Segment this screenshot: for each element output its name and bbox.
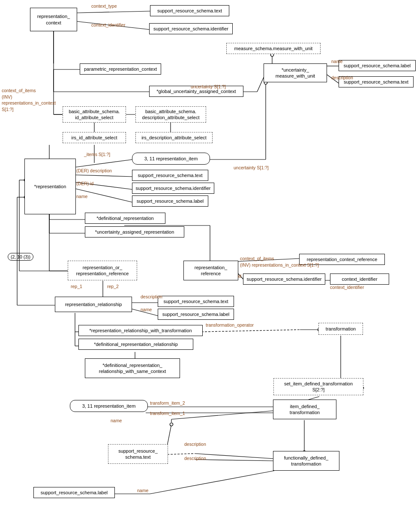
support-resource-text-1-label: support_resource_schema.text [157,8,222,14]
label-items: _items S[1:?] [84,152,110,157]
support-resource-label-1-box: support_resource_schema.label [339,60,416,71]
svg-line-22 [75,159,133,167]
label-name-3: name [141,307,152,312]
label-der-description: (DER) description [76,168,112,173]
uncertainty-measure-box: *uncertainty_measure_with_unit [264,63,327,82]
label-context-of-items-2: context_of_items(INV) representations_in… [240,255,326,268]
basic-attr-id-box: basic_attribute_schema.id_attribute_sele… [63,106,126,123]
set-item-defined-transformation-box: set_item_defined_transformationS[2:?] [273,378,363,395]
basic-attr-desc-box: basic_attribute_schema.description_attri… [135,106,206,123]
svg-line-62 [167,454,195,454]
support-resource-text-3-box: support_resource_schema.text [132,170,208,181]
label-description-1: description [331,75,353,80]
support-resource-identifier-2-box: support_resource_schema.identifier [132,183,214,194]
svg-line-4 [77,11,150,13]
representation-context-box: representation_ context [30,8,77,31]
support-resource-text-4-box: support_resource_schema.text [158,296,234,307]
label-name-4: name [111,418,122,423]
label-rep1: rep_1 [71,284,82,289]
label-rep2: rep_2 [107,284,119,289]
label-description-2: description [141,294,162,299]
definitional-rep-rel-same-context-box: *definitional_representation_relationshi… [85,358,180,378]
label-2-10-3: (2, 10 (3)) [8,253,33,261]
functionally-defined-transformation-box: functionally_defined_transformation [273,451,339,471]
label-transformation-operator: transformation_operator [206,322,254,328]
representation-context-label: representation_ context [33,13,74,26]
support-resource-label-4-box: support_resource_schema.label [33,487,115,498]
svg-line-61 [167,424,171,446]
diagram-container: representation_ context support_resource… [0,0,420,514]
label-context-identifier: context_identifier [91,22,125,27]
support-resource-label-3-box: support_resource_schema.label [158,309,234,320]
irs-desc-select-box: irs_description_attribute_select [135,132,213,143]
svg-line-65 [150,471,274,494]
transformation-box: transformation [318,323,363,335]
support-resource-text-1-box: support_resource_schema.text [150,5,229,16]
uncertainty-assigned-rep-box: *uncertainty_assigned_representation [85,226,184,237]
uncertainty-measure-label: *uncertainty_measure_with_unit [276,67,315,79]
svg-line-58 [171,411,274,419]
context-identifier-box: context_identifier [330,274,389,285]
label-context-of-items: context_of_items(INV) representations_in… [2,87,57,113]
item-defined-transformation-box: item_defined_transformation [273,400,336,419]
svg-line-63 [195,454,274,459]
representation-reference-box: representation_reference [183,261,238,280]
label-transform-item-2: transform_item_2 [150,400,185,406]
label-name-1: name [331,59,342,64]
representation-box: *representation [24,159,76,214]
definitional-rep-box: *definitional_representation [85,213,165,224]
label-name-5: name [137,488,148,493]
label-context-type: context_type [91,3,117,9]
measure-schema-label: measure_schema.measure_with_unit [234,45,313,51]
support-resource-identifier-1-label: support_resource_schema.identifier [153,26,228,32]
support-resource-text-5-box: support_resource_schema.text [108,444,168,464]
label-name-2: name [76,194,87,199]
svg-line-49 [201,330,300,332]
label-uncertainty-s1: uncertainty S[1:?] [191,84,226,89]
representation-item-2-box: 3, 11 representation_item [70,400,148,412]
label-description-4: description [184,456,206,461]
support-resource-label-2-box: support_resource_schema.label [132,195,208,207]
parametric-rep-context-box: parametric_representation_context [80,63,161,75]
label-der-id: (DER) id [76,181,93,186]
support-resource-identifier-1-box: support_resource_schema.identifier [149,23,233,34]
svg-line-64 [195,460,274,461]
measure-schema-box: measure_schema.measure_with_unit [226,43,321,54]
representation-item-1-box: 3, 11 representation_item [132,153,210,165]
label-transform-item-1: transform_item_1 [150,411,185,416]
label-id: id [238,274,241,279]
label-description-3: description [184,442,206,447]
rep-rel-transformation-box: *representation_relationship_with_transf… [78,325,203,336]
irs-id-select-box: irs_id_attribute_select [63,132,126,143]
label-context-identifier-2: context_identifier [330,285,364,290]
rep-relationship-box: representation_relationship [55,297,132,312]
rep-or-rep-ref-box: representation_or_representation_referen… [68,261,137,280]
support-resource-identifier-3-box: support_resource_schema.identifier [243,274,325,285]
svg-line-23 [75,175,133,177]
label-uncertainty-s2: uncertainty S[1:?] [234,165,269,170]
definitional-rep-rel-box: *definitional_representation_relationshi… [78,339,193,350]
